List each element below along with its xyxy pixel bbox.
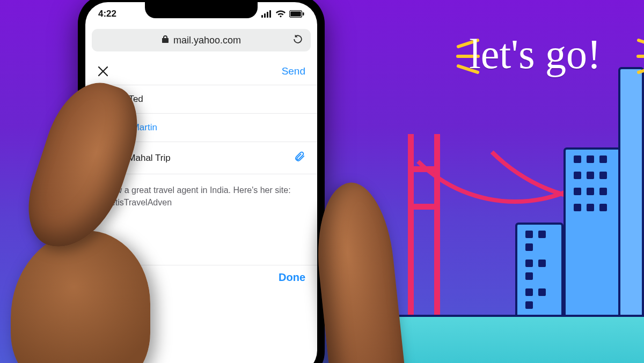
svg-rect-5	[290, 11, 301, 17]
promo-frame: let's go! 4:22	[0, 0, 644, 363]
building	[515, 223, 564, 319]
tagline: let's go!	[469, 30, 601, 78]
svg-rect-2	[267, 12, 268, 18]
send-button[interactable]: Send	[282, 65, 305, 77]
fingers	[310, 179, 409, 363]
url-text: mail.yahoo.com	[173, 35, 241, 46]
svg-rect-1	[264, 13, 266, 18]
done-button[interactable]: Done	[279, 271, 305, 284]
wifi-icon	[275, 10, 286, 18]
svg-rect-3	[269, 10, 271, 18]
lock-icon	[162, 35, 169, 46]
compose-header: Send	[85, 58, 317, 85]
building	[618, 67, 644, 319]
battery-icon	[289, 10, 304, 18]
svg-rect-0	[261, 15, 263, 18]
clock: 4:22	[98, 9, 116, 19]
water	[376, 315, 644, 363]
notch	[145, 2, 258, 18]
browser-url-bar[interactable]: mail.yahoo.com	[92, 29, 311, 51]
close-icon[interactable]	[97, 65, 109, 77]
reload-icon[interactable]	[292, 34, 303, 47]
svg-rect-6	[303, 12, 304, 16]
building	[564, 147, 623, 319]
hand	[11, 231, 150, 363]
cellular-icon	[261, 10, 272, 18]
attachment-icon[interactable]	[294, 151, 305, 165]
bridge-tower	[408, 134, 440, 319]
